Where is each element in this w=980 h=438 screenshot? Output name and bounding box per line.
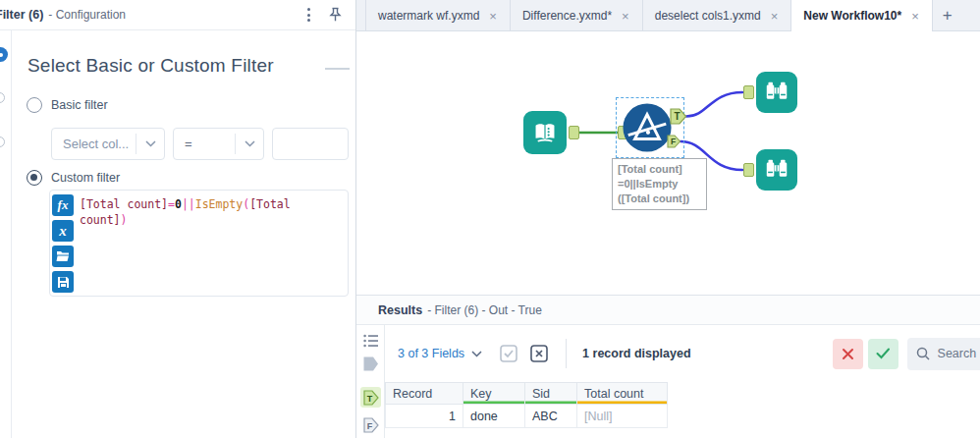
pin-icon[interactable]: [328, 7, 343, 23]
variables-icon[interactable]: x: [52, 220, 74, 242]
data-view-icon[interactable]: [363, 356, 379, 371]
expression-text[interactable]: [Total count]=0||IsEmpty([Total count]): [80, 196, 320, 228]
svg-text:T: T: [366, 393, 372, 403]
table-cell: done: [463, 405, 525, 428]
basic-filter-radio[interactable]: [27, 97, 42, 113]
false-filter-button[interactable]: [833, 339, 863, 369]
alteryx-designer-window: Filter (6) - Configuration Select Basic …: [0, 0, 980, 438]
browse-false-input-anchor[interactable]: [743, 163, 754, 177]
results-subtitle: - Filter (6) - Out - True: [427, 303, 542, 317]
results-toolbar: 3 of 3 Fields 1 record displayed: [385, 325, 980, 382]
basic-filter-label: Basic filter: [51, 98, 108, 112]
svg-text:F: F: [671, 137, 676, 146]
expression-token: [Total: [249, 197, 291, 211]
alteryx-filter-icon: [622, 102, 673, 153]
tab-close-icon[interactable]: ×: [488, 9, 498, 24]
workflow-tab[interactable]: watermark wf.yxmd×: [365, 0, 511, 31]
search-input[interactable]: [938, 347, 980, 360]
heading-divider: [325, 68, 350, 70]
search-box[interactable]: [907, 338, 980, 370]
true-output-badge[interactable]: T: [360, 387, 381, 408]
open-expression-icon[interactable]: [52, 246, 74, 267]
input-data-tool[interactable]: [523, 111, 567, 154]
workflow-tab[interactable]: New Workflow10*×: [791, 0, 932, 31]
configuration-tab-icon[interactable]: [0, 47, 8, 62]
chevron-down-icon[interactable]: [471, 351, 482, 357]
panel-heading: Select Basic or Custom Filter: [27, 55, 274, 77]
annotation-tab-icon[interactable]: [0, 92, 5, 103]
performance-tab-icon[interactable]: [0, 137, 5, 147]
table-cell: ABC: [525, 405, 577, 428]
tab-close-icon[interactable]: ×: [770, 9, 780, 24]
operator-select-value: =: [174, 137, 235, 151]
metadata-view-icon[interactable]: [363, 334, 379, 348]
tab-label: deselect cols1.yxmd: [655, 9, 761, 23]
browse-tool-false[interactable]: [756, 149, 797, 191]
new-workflow-tab-button[interactable]: +: [933, 0, 962, 31]
tool-title: Filter (6): [0, 8, 43, 22]
save-expression-icon[interactable]: [52, 271, 74, 293]
workflow-tab[interactable]: deselect cols1.yxmd×: [643, 0, 792, 31]
fields-summary-dropdown[interactable]: 3 of 3 Fields: [398, 347, 464, 360]
expression-token: [Total count]: [80, 197, 168, 211]
open-book-icon: [529, 117, 561, 148]
table-row[interactable]: 1doneABC[Null]: [385, 405, 668, 428]
false-output-badge[interactable]: F: [360, 414, 381, 435]
filter-false-anchor[interactable]: F: [667, 135, 681, 148]
workflow-tabs: watermark wf.yxmd×Difference.yxmd*×desel…: [365, 0, 933, 31]
filter-value-input[interactable]: [272, 128, 349, 160]
column-header[interactable]: Total count: [577, 382, 668, 405]
expression-token: ||: [182, 197, 195, 211]
workflow-tab-bar: watermark wf.yxmd×Difference.yxmd*×desel…: [356, 0, 980, 31]
binoculars-icon: [762, 155, 791, 185]
expression-token: ): [121, 213, 128, 227]
expression-token: count]: [80, 213, 121, 227]
operator-select[interactable]: =: [173, 128, 264, 160]
basic-filter-radio-row[interactable]: Basic filter: [27, 97, 108, 113]
tab-close-icon[interactable]: ×: [910, 9, 920, 24]
results-anchor-strip: T F: [356, 325, 385, 438]
tab-close-icon[interactable]: ×: [621, 9, 630, 24]
filter-annotation[interactable]: [Total count] =0||IsEmpty ([Total count]…: [612, 158, 707, 210]
svg-text:F: F: [366, 420, 372, 430]
expression-token: IsEmpty: [195, 197, 243, 211]
tab-label: watermark wf.yxmd: [378, 9, 479, 23]
results-panel-header: Results - Filter (6) - Out - True: [356, 296, 980, 325]
record-count: 1 record displayed: [582, 347, 690, 360]
expression-editor[interactable]: fx x [Total count]=0||IsEmpty([Total cou…: [49, 190, 349, 297]
column-select-value: Select col...: [52, 137, 136, 151]
table-cell: 1: [385, 405, 463, 428]
input-tool-output-anchor[interactable]: [569, 126, 579, 139]
configuration-panel: Filter (6) - Configuration Select Basic …: [0, 0, 356, 438]
true-filter-button[interactable]: [868, 339, 898, 369]
chevron-down-icon: [235, 134, 263, 154]
filter-true-anchor[interactable]: T: [670, 108, 687, 125]
svg-text:T: T: [674, 111, 680, 122]
browse-tool-true[interactable]: [756, 72, 797, 113]
column-select[interactable]: Select col...: [51, 128, 165, 160]
chevron-down-icon: [136, 134, 164, 154]
table-header-row: RecordKeySidTotal count: [385, 382, 668, 405]
browse-true-input-anchor[interactable]: [743, 85, 754, 99]
custom-filter-radio[interactable]: [27, 170, 42, 186]
tool-title-suffix: - Configuration: [48, 8, 126, 22]
select-all-fields-icon[interactable]: [500, 345, 517, 362]
results-title: Results: [378, 303, 422, 317]
deselect-all-fields-icon[interactable]: [530, 345, 548, 362]
custom-filter-label: Custom filter: [51, 171, 120, 185]
workflow-tab[interactable]: Difference.yxmd*×: [511, 0, 643, 31]
config-side-tab-strip: [0, 30, 12, 438]
filter-tool[interactable]: [622, 102, 673, 153]
custom-filter-radio-row[interactable]: Custom filter: [27, 170, 120, 186]
binoculars-icon: [762, 78, 791, 107]
basic-filter-controls: Select col... =: [51, 128, 349, 160]
table-body: 1doneABC[Null]: [385, 405, 668, 428]
more-options-icon[interactable]: [304, 5, 313, 25]
column-header[interactable]: Record: [385, 382, 463, 405]
column-header[interactable]: Key: [463, 382, 525, 405]
results-grid: RecordKeySidTotal count 1doneABC[Null]: [385, 382, 668, 428]
search-icon: [916, 347, 930, 360]
column-header[interactable]: Sid: [525, 382, 577, 405]
functions-icon[interactable]: fx: [52, 194, 74, 216]
expression-token: 0: [175, 197, 182, 211]
